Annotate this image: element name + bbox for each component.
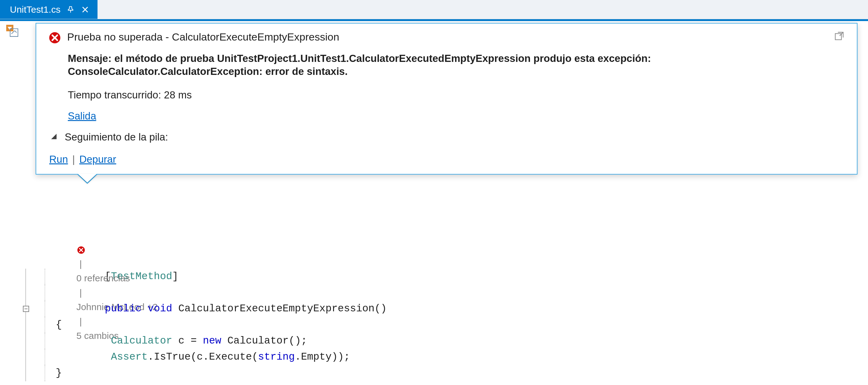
popup-message: Mensaje: el método de prueba UnitTestPro… xyxy=(68,52,844,78)
type-name: Assert xyxy=(111,351,148,363)
keyword: string xyxy=(258,351,295,363)
code-block: [TestMethod] | 0 referencias | Johnnie M… xyxy=(0,269,868,381)
codelens-refs[interactable]: 0 referencias xyxy=(76,273,130,283)
code-line[interactable]: Assert.IsTrue(c.Execute(string.Empty)); xyxy=(0,349,868,365)
debug-link[interactable]: Depurar xyxy=(79,154,116,165)
code-text: .IsTrue(c.Execute( xyxy=(148,351,258,363)
close-icon[interactable] xyxy=(81,5,90,14)
popup-title: Prueba no superada - CalculatorExecuteEm… xyxy=(67,31,339,43)
codelens-error-icon xyxy=(76,246,86,255)
code-text: .Empty)); xyxy=(295,351,350,363)
tab-bar: UnitTest1.cs xyxy=(0,0,868,19)
test-result-popup: Prueba no superada - CalculatorExecuteEm… xyxy=(36,23,858,174)
code-editor[interactable]: Prueba no superada - CalculatorExecuteEm… xyxy=(0,21,868,385)
test-gutter-icon[interactable] xyxy=(6,24,19,38)
method-name: CalculatorExecuteEmptyExpression() xyxy=(178,303,386,315)
file-tab[interactable]: UnitTest1.cs xyxy=(0,0,97,19)
action-separator: | xyxy=(72,154,75,165)
code-line[interactable]: public void CalculatorExecuteEmptyExpres… xyxy=(0,301,868,317)
popout-icon[interactable] xyxy=(834,31,844,43)
keyword: public xyxy=(105,303,142,315)
error-icon xyxy=(49,32,61,45)
stack-trace-label: Seguimiento de la pila: xyxy=(65,131,168,143)
pin-icon[interactable] xyxy=(67,6,74,13)
brace: } xyxy=(56,365,62,381)
output-link[interactable]: Salida xyxy=(68,110,96,122)
file-tab-label: UnitTest1.cs xyxy=(10,4,60,15)
keyword: void xyxy=(148,303,172,315)
fold-toggle-icon[interactable] xyxy=(23,306,29,312)
expand-stack-icon[interactable] xyxy=(50,132,58,142)
run-link[interactable]: Run xyxy=(49,154,68,165)
popup-actions: Run | Depurar xyxy=(49,154,844,165)
bracket: ] xyxy=(172,271,178,282)
elapsed-time: Tiempo transcurrido: 28 ms xyxy=(68,89,844,101)
